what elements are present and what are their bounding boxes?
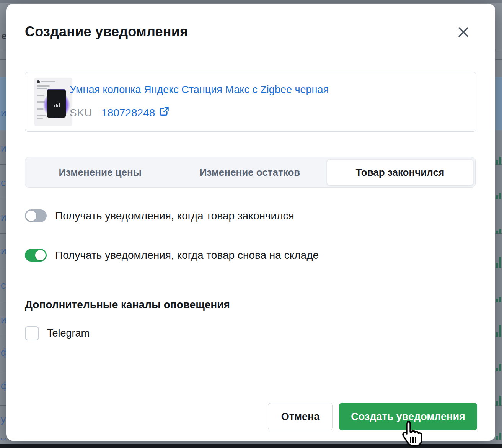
tab-out-of-stock[interactable]: Товар закончился bbox=[327, 159, 473, 185]
sku-row: SKU 180728248 bbox=[70, 106, 170, 120]
sku-link[interactable]: 180728248 bbox=[101, 106, 170, 120]
mini-bar-chart bbox=[496, 421, 502, 440]
toggle-label: Получать уведомления, когда товар законч… bbox=[55, 210, 294, 222]
mini-bar-chart bbox=[496, 250, 502, 268]
create-notification-modal: Создание уведомления Умная колон bbox=[6, 4, 495, 441]
tab-stock-change[interactable]: Изменение остатков bbox=[177, 159, 323, 185]
notification-type-tabs: Изменение цены Изменение остатков Товар … bbox=[25, 157, 476, 188]
telegram-label[interactable]: Telegram bbox=[47, 327, 90, 339]
mini-bar-chart bbox=[496, 353, 502, 371]
backdrop-sparklines bbox=[495, 0, 502, 440]
mini-bar-chart bbox=[496, 146, 502, 165]
create-notification-button[interactable]: Создать уведомления bbox=[339, 403, 477, 430]
mini-bar-chart bbox=[496, 319, 502, 337]
close-icon bbox=[456, 25, 471, 41]
mini-bar-chart bbox=[496, 215, 502, 234]
product-image bbox=[34, 78, 72, 126]
equalizer-icon bbox=[54, 103, 60, 107]
mini-bar-chart bbox=[496, 181, 502, 199]
toggle-label: Получать уведомления, когда товар снова … bbox=[55, 249, 319, 262]
toggle-row-back-in-stock: Получать уведомления, когда товар снова … bbox=[25, 249, 319, 262]
product-card: Умная колонка Яндекс Станция Макс с Zigb… bbox=[25, 72, 476, 132]
close-button[interactable] bbox=[455, 24, 472, 41]
channels-heading: Дополнительные каналы оповещения bbox=[25, 299, 230, 311]
sku-value: 180728248 bbox=[101, 107, 155, 119]
backdrop-row-text: у bbox=[1, 414, 6, 425]
toggle-back-in-stock[interactable] bbox=[25, 249, 47, 262]
mini-bar-chart bbox=[496, 388, 502, 406]
product-name-link[interactable]: Умная колонка Яндекс Станция Макс с Zigb… bbox=[70, 84, 329, 96]
tab-price-change[interactable]: Изменение цены bbox=[27, 159, 173, 185]
toggle-row-out-of-stock: Получать уведомления, когда товар законч… bbox=[25, 209, 294, 222]
external-link-icon bbox=[158, 106, 170, 120]
telegram-checkbox[interactable] bbox=[25, 326, 39, 340]
backdrop-bottom-bar bbox=[0, 444, 502, 448]
backdrop-top-bar bbox=[0, 0, 502, 3]
sku-label: SKU bbox=[70, 107, 92, 119]
cancel-button[interactable]: Отмена bbox=[268, 403, 333, 430]
mini-bar-chart bbox=[496, 284, 502, 302]
modal-title: Создание уведомления bbox=[25, 24, 188, 40]
telegram-option-row: Telegram bbox=[25, 326, 90, 340]
toggle-out-of-stock[interactable] bbox=[25, 209, 47, 222]
